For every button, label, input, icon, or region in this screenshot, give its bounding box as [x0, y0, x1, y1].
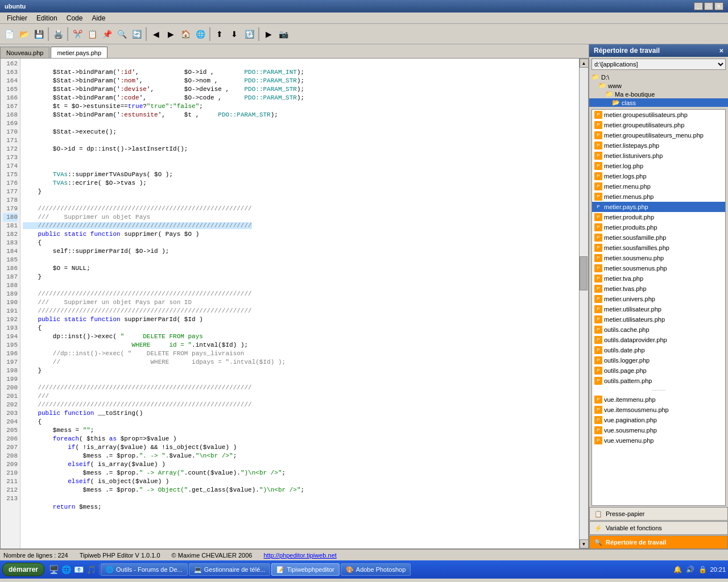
maximize-button[interactable]: □ [704, 2, 713, 10]
file-item[interactable]: P vue.sousmenu.php [592, 425, 725, 435]
file-item[interactable]: P metier.univers.php [592, 294, 725, 304]
file-item[interactable]: P metier.logs.php [592, 171, 725, 181]
menu-fichier[interactable]: Fichier [2, 14, 32, 23]
file-item[interactable]: P metier.tvas.php [592, 284, 725, 294]
tree-item-d[interactable]: 📁 D:\ [589, 73, 728, 81]
file-item[interactable]: P metier.produits.php [592, 222, 725, 232]
quicklaunch-icon-4[interactable]: 🎵 [85, 564, 97, 575]
upload-button[interactable]: ⬆ [213, 27, 226, 41]
file-item[interactable]: P outils.pattern.php [592, 376, 725, 386]
print-button[interactable]: 🖨️ [51, 27, 65, 41]
home-button[interactable]: 🏠 [179, 27, 192, 41]
quicklaunch-icon-3[interactable]: 📧 [73, 564, 84, 575]
app-icon: 🌐 [106, 566, 114, 573]
repertoire-travail-panel[interactable]: 🔍 Répertoire de travail [589, 535, 728, 549]
code-content[interactable]: $Stat->bindParam(':id', $O->id , PDO::PA… [20, 59, 579, 548]
file-item[interactable]: P metier.sousmenus.php [592, 263, 725, 273]
titlebar-controls[interactable]: _ □ ✕ [694, 2, 723, 10]
file-item[interactable]: P outils.date.php [592, 345, 725, 355]
sync-button[interactable]: 🔃 [242, 27, 256, 41]
cut-button[interactable]: ✂️ [71, 27, 84, 41]
file-item[interactable]: P metier.groupeutilisateurs.php [592, 120, 725, 130]
scroll-up-button[interactable]: ▲ [580, 59, 589, 68]
minimize-button[interactable]: _ [694, 2, 703, 10]
file-icon: P [594, 244, 602, 252]
file-item[interactable]: P vue.pagination.php [592, 415, 725, 425]
file-item[interactable]: P outils.dataprovider.php [592, 335, 725, 345]
file-icon: P [594, 305, 602, 313]
app-icon: 📝 [276, 566, 284, 573]
file-item[interactable]: P outils.logger.php [592, 355, 725, 365]
main-area: Nouveau.php metier.pays.php 162163164165… [0, 44, 728, 549]
file-item[interactable]: P metier.sousmenu.php [592, 253, 725, 263]
file-icon: P [594, 193, 602, 201]
presse-papier-panel[interactable]: 📋 Presse-papier [589, 507, 728, 521]
sys-icon-2: 🔊 [685, 564, 695, 575]
forward-button[interactable]: ▶ [164, 27, 177, 41]
file-item[interactable]: P metier.menus.php [592, 192, 725, 202]
file-item[interactable]: P metier.groupeutilisateurs_menu.php [592, 130, 725, 140]
open-file-button[interactable]: 📂 [17, 27, 31, 41]
search-button[interactable]: 🔍 [115, 27, 129, 41]
file-item[interactable]: P vue.itemmenu.php [592, 394, 725, 405]
file-item[interactable]: P metier.menu.php [592, 181, 725, 192]
file-item[interactable]: P outils.cache.php [592, 325, 725, 335]
status-editor: Tipiweb PHP Editor V 1.0.1.0 [80, 552, 160, 559]
file-icon: P [594, 223, 602, 231]
editor-container: Nouveau.php metier.pays.php 162163164165… [0, 44, 589, 549]
file-item[interactable]: P metier.groupesutilisateurs.php [592, 110, 725, 120]
new-file-button[interactable]: 📄 [2, 27, 16, 41]
start-button[interactable]: démarrer [2, 563, 44, 576]
file-item[interactable]: P metier.tva.php [592, 273, 725, 284]
status-link[interactable]: http://phpeditor.tipiweb.net [263, 552, 336, 559]
file-item[interactable]: P metier.listepays.php [592, 140, 725, 151]
editor-scrollbar[interactable]: ▲ ▼ [579, 59, 588, 548]
tab-nouveau[interactable]: Nouveau.php [0, 47, 49, 58]
file-list[interactable]: P metier.groupesutilisateurs.php P metie… [592, 109, 726, 506]
file-item[interactable]: P metier.produit.php [592, 212, 725, 222]
menu-aide[interactable]: Aide [87, 14, 110, 23]
file-item[interactable]: P outils.page.php [592, 365, 725, 376]
quicklaunch-icon-2[interactable]: 🌐 [60, 564, 72, 575]
download-button[interactable]: ⬇ [228, 27, 241, 41]
copy-button[interactable]: 📋 [85, 27, 99, 41]
file-item[interactable]: P metier.sousfamille.php [592, 232, 725, 243]
scrollbar-thumb[interactable] [580, 256, 588, 290]
tree-item-class[interactable]: 📂 class [589, 98, 728, 107]
variable-fonctions-panel[interactable]: ⚡ Variable et fonctions [589, 521, 728, 535]
file-item[interactable]: P metier.listunivers.php [592, 151, 725, 161]
file-icon: P [594, 142, 602, 149]
file-item[interactable]: P metier.sousfamilles.php [592, 243, 725, 253]
back-button[interactable]: ◀ [149, 27, 163, 41]
file-item[interactable]: P vue.itemsousmenu.php [592, 405, 725, 415]
scrollbar-track[interactable] [580, 68, 588, 539]
quicklaunch-icon-1[interactable]: 🖥️ [48, 564, 59, 575]
right-panel-close-button[interactable]: ✕ [719, 48, 723, 54]
file-item[interactable]: P metier.utilisateurs.php [592, 314, 725, 325]
scroll-down-button[interactable]: ▼ [580, 539, 589, 548]
screenshot-button[interactable]: 📷 [276, 27, 290, 41]
file-item[interactable]: P vue.vuemenu.php [592, 435, 725, 446]
close-button[interactable]: ✕ [714, 2, 723, 10]
tree-item-boutique[interactable]: 📁 Ma e-boutique [589, 90, 728, 98]
code-editor[interactable]: 162163164165 166167168169 170171172173 1… [0, 58, 589, 549]
file-icon: P [594, 131, 602, 139]
web-button[interactable]: 🌐 [193, 27, 207, 41]
file-item[interactable]: P metier.log.php [592, 161, 725, 171]
taskbar-app-photoshop[interactable]: 🎨 Adobe Photoshop [341, 563, 411, 576]
directory-select[interactable]: d:\[applications] [592, 59, 726, 70]
file-item-selected[interactable]: P metier.pays.php [592, 202, 725, 212]
run-button[interactable]: ▶ [262, 27, 275, 41]
file-item[interactable]: P metier.utilisateur.php [592, 304, 725, 314]
taskbar-app-outils[interactable]: 🌐 Outils - Forums de De... [101, 563, 188, 576]
save-file-button[interactable]: 💾 [32, 27, 46, 41]
paste-button[interactable]: 📌 [100, 27, 114, 41]
file-tree: 📁 D:\ 📁 www 📁 Ma e-boutique 📂 class [589, 72, 728, 108]
taskbar-app-gestionnaire[interactable]: 💻 Gestionnaire de télé... [189, 563, 271, 576]
taskbar-app-tipiweb[interactable]: 📝 Tipiwebphpeditor [271, 563, 339, 576]
tree-item-www[interactable]: 📁 www [589, 81, 728, 90]
menu-edition[interactable]: Edition [32, 14, 62, 23]
menu-code[interactable]: Code [62, 14, 88, 23]
replace-button[interactable]: 🔄 [130, 27, 143, 41]
tab-metier-pays[interactable]: metier.pays.php [51, 47, 107, 58]
